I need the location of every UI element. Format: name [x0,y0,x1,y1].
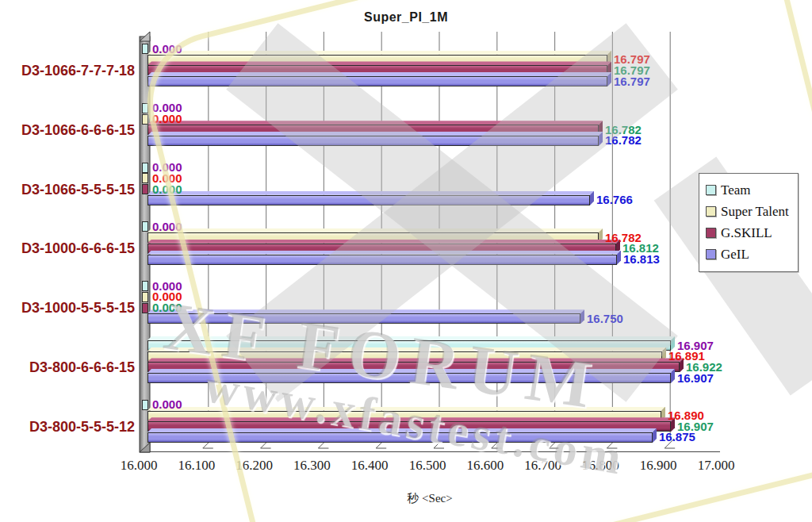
legend-label: Team [721,182,751,198]
legend-item-super-talent: Super Talent [706,201,791,222]
legend-item-team: Team [706,179,791,201]
value-label-geil: 16.766 [596,193,633,207]
x-axis-title: 秒 <Sec> [140,491,720,506]
value-label-g-skill: 0.000 [152,301,182,315]
value-label-geil: 16.750 [587,312,623,326]
chart-root: Super_PI_1M D3-1066-7-7-7-18D3-1066-6-6-… [0,0,812,522]
value-label-g-skill: 0.000 [152,182,182,197]
value-label-super-talent: 0.000 [152,112,182,126]
legend-label: GeIL [721,247,749,263]
value-label-geil: 16.813 [623,252,660,267]
value-label-team: 0.000 [152,397,182,412]
legend-item-geil: GeIL [706,244,791,265]
value-label-geil: 16.907 [677,371,714,386]
value-label-geil: 16.782 [605,133,642,148]
value-label-team: 0.000 [152,220,182,234]
legend: TeamSuper TalentG.SKILLGeIL [699,173,799,272]
legend-swatch-g-skill [706,228,716,238]
legend-label: Super Talent [721,204,789,220]
legend-items: TeamSuper TalentG.SKILLGeIL [706,179,791,265]
legend-swatch-super-talent [706,206,716,217]
legend-swatch-team [706,185,716,195]
legend-item-g-skill: G.SKILL [706,222,791,244]
value-label-team: 0.000 [152,42,182,56]
value-label-geil: 16.797 [614,75,650,89]
legend-label: G.SKILL [721,225,772,241]
value-labels-layer: 0.00016.79716.79716.7970.0000.00016.7821… [0,0,812,522]
legend-swatch-geil [706,249,716,259]
value-label-geil: 16.875 [659,430,695,444]
